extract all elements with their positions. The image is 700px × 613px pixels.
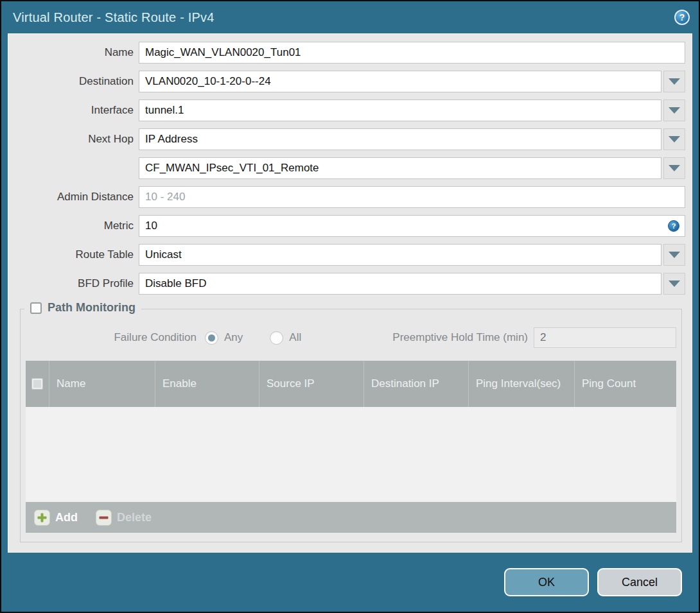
route-table-dropdown-button[interactable] — [663, 244, 685, 266]
metric-help-icon[interactable]: ? — [668, 220, 679, 232]
add-button[interactable]: Add — [34, 510, 78, 526]
row-interface: Interface — [8, 99, 685, 121]
page-title: Virtual Router - Static Route - IPv4 — [13, 10, 214, 25]
bfd-profile-field-wrap — [139, 273, 685, 295]
delete-button[interactable]: Delete — [96, 510, 152, 526]
preemptive-hold-time-input[interactable] — [534, 327, 676, 348]
next-hop-dropdown-button[interactable] — [663, 128, 685, 150]
row-next-hop: Next Hop — [8, 128, 685, 150]
row-destination: Destination — [8, 71, 685, 92]
delete-button-label: Delete — [117, 511, 152, 524]
table-body-empty — [26, 407, 676, 502]
name-label: Name — [8, 46, 139, 59]
chevron-down-icon — [669, 252, 680, 258]
ok-button[interactable]: OK — [504, 568, 589, 596]
column-header-destination-ip: Destination IP — [363, 361, 468, 407]
interface-label: Interface — [8, 104, 139, 117]
cancel-button[interactable]: Cancel — [597, 568, 682, 596]
table-toolbar: Add Delete — [26, 502, 676, 533]
bfd-profile-input[interactable] — [139, 273, 661, 295]
metric-input[interactable] — [139, 215, 685, 237]
help-icon[interactable]: ? — [674, 10, 690, 25]
chevron-down-icon — [669, 107, 680, 114]
select-all-checkbox[interactable] — [31, 378, 43, 390]
dialog-footer: OK Cancel — [1, 553, 699, 612]
path-monitoring-group: Path Monitoring Failure Condition Any Al… — [20, 309, 682, 542]
next-hop-field-wrap — [139, 128, 685, 150]
row-name: Name — [8, 42, 685, 64]
column-header-ping-interval: Ping Interval(sec) — [468, 361, 574, 407]
route-table-label: Route Table — [8, 248, 139, 261]
path-monitoring-table: Name Enable Source IP Destination IP Pin… — [26, 361, 676, 533]
dialog-window: Virtual Router - Static Route - IPv4 ? N… — [0, 0, 700, 613]
failure-condition-any-radio[interactable] — [205, 331, 218, 345]
row-route-table: Route Table — [8, 244, 685, 266]
failure-condition-label: Failure Condition — [26, 331, 197, 344]
dialog-content: Name Destination Interface Next Hop — [8, 33, 692, 553]
preemptive-hold-time-label: Preemptive Hold Time (min) — [392, 331, 528, 344]
path-monitoring-title: Path Monitoring — [48, 301, 136, 315]
table-header-row: Name Enable Source IP Destination IP Pin… — [26, 361, 676, 407]
destination-input[interactable] — [139, 71, 661, 92]
admin-distance-input[interactable] — [139, 186, 685, 208]
destination-label: Destination — [8, 75, 139, 88]
route-table-field-wrap — [139, 244, 685, 266]
row-next-hop-address — [8, 157, 685, 179]
failure-condition-any-label: Any — [224, 331, 243, 344]
name-input[interactable] — [139, 42, 685, 64]
column-header-enable: Enable — [155, 361, 259, 407]
admin-distance-field-wrap — [139, 186, 685, 208]
interface-input[interactable] — [139, 99, 661, 121]
next-hop-type-input[interactable] — [139, 128, 661, 150]
next-hop-address-input[interactable] — [139, 157, 661, 179]
name-field-wrap — [139, 42, 685, 64]
metric-label: Metric — [8, 220, 139, 232]
chevron-down-icon — [669, 281, 680, 287]
row-bfd-profile: BFD Profile — [8, 273, 685, 295]
next-hop-address-field-wrap — [139, 157, 685, 179]
interface-field-wrap — [139, 99, 685, 121]
failure-condition-all-radio[interactable] — [270, 331, 283, 345]
failure-condition-row: Failure Condition Any All Preemptive Hol… — [26, 327, 676, 348]
row-admin-distance: Admin Distance — [8, 186, 685, 208]
path-monitoring-checkbox[interactable] — [30, 302, 42, 314]
destination-field-wrap — [139, 71, 685, 92]
metric-field-wrap: ? — [139, 215, 685, 237]
chevron-down-icon — [669, 78, 680, 85]
bfd-profile-label: BFD Profile — [8, 277, 139, 290]
route-table-input[interactable] — [139, 244, 661, 266]
next-hop-address-dropdown-button[interactable] — [663, 157, 685, 179]
failure-condition-all-label: All — [289, 331, 301, 344]
title-bar: Virtual Router - Static Route - IPv4 ? — [1, 1, 699, 33]
chevron-down-icon — [669, 165, 680, 171]
path-monitoring-legend: Path Monitoring — [24, 301, 141, 315]
minus-icon — [96, 510, 112, 526]
admin-distance-label: Admin Distance — [8, 191, 139, 203]
column-header-name: Name — [49, 361, 155, 407]
interface-dropdown-button[interactable] — [663, 99, 685, 121]
header-select-all-cell — [26, 361, 49, 407]
add-button-label: Add — [55, 511, 78, 524]
chevron-down-icon — [669, 136, 680, 142]
next-hop-label: Next Hop — [8, 133, 139, 146]
column-header-source-ip: Source IP — [259, 361, 363, 407]
row-metric: Metric ? — [8, 215, 685, 237]
column-header-ping-count: Ping Count — [574, 361, 676, 407]
destination-dropdown-button[interactable] — [663, 71, 685, 92]
plus-icon — [34, 510, 50, 526]
bfd-profile-dropdown-button[interactable] — [663, 273, 685, 295]
